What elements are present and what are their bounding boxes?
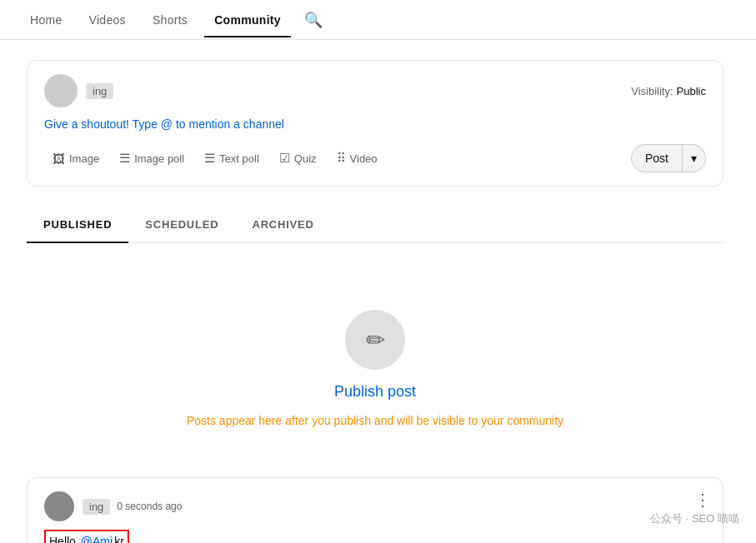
image-icon: 🖼 bbox=[53, 152, 65, 166]
toolbar-image-poll[interactable]: ☰ Image poll bbox=[111, 144, 193, 172]
search-icon[interactable]: 🔍 bbox=[304, 11, 323, 29]
image-poll-icon: ☰ bbox=[119, 151, 130, 166]
visibility-section: Visibility: Public bbox=[631, 85, 706, 97]
community-post-body: Hello @Amikr bbox=[44, 530, 129, 543]
publish-subtitle: Posts appear here after you publish and … bbox=[187, 414, 563, 427]
community-post-author-row: ing 0 seconds ago bbox=[83, 499, 182, 515]
publish-icon-circle: ✏ bbox=[345, 310, 405, 370]
post-menu-icon[interactable]: ⋮ bbox=[694, 490, 711, 510]
tab-scheduled[interactable]: SCHEDULED bbox=[128, 207, 235, 242]
toolbar-video[interactable]: ⠿ Video bbox=[328, 144, 386, 172]
video-label: Video bbox=[350, 152, 378, 165]
toolbar-quiz[interactable]: ☑ Quiz bbox=[271, 144, 325, 172]
mention-text: @Ami bbox=[79, 535, 114, 543]
publish-section: ✏ Publish post Posts appear here after y… bbox=[27, 276, 723, 477]
visibility-label: Visibility: bbox=[631, 85, 673, 97]
nav-item-shorts[interactable]: Shorts bbox=[143, 3, 198, 37]
tab-published[interactable]: PUBLISHED bbox=[27, 207, 128, 242]
community-post-card: ing 0 seconds ago ⋮ Hello @Amikr bbox=[27, 477, 723, 543]
community-post-avatar bbox=[44, 491, 74, 521]
text-poll-label: Text poll bbox=[219, 152, 259, 165]
quiz-label: Quiz bbox=[294, 152, 317, 165]
video-icon: ⠿ bbox=[337, 151, 346, 166]
nav-item-videos[interactable]: Videos bbox=[79, 3, 136, 37]
body-prefix: Hello bbox=[49, 535, 79, 543]
post-header: ing Visibility: Public bbox=[44, 74, 706, 107]
mention-suffix: kr bbox=[114, 535, 124, 543]
visibility-value: Public bbox=[677, 85, 706, 97]
community-post-time: 0 seconds ago bbox=[117, 501, 182, 512]
quiz-icon: ☑ bbox=[279, 151, 290, 166]
toolbar-text-poll[interactable]: ☰ Text poll bbox=[196, 144, 268, 172]
text-poll-icon: ☰ bbox=[204, 151, 215, 166]
tabs: PUBLISHED SCHEDULED ARCHIVED bbox=[27, 207, 723, 243]
image-poll-label: Image poll bbox=[134, 152, 184, 165]
post-placeholder[interactable]: Give a shoutout! Type @ to mention a cha… bbox=[44, 117, 706, 131]
post-author: ing bbox=[44, 74, 113, 107]
community-post-author-name: ing bbox=[83, 499, 110, 515]
toolbar-image[interactable]: 🖼 Image bbox=[44, 145, 108, 172]
post-button[interactable]: Post bbox=[631, 144, 683, 172]
avatar bbox=[44, 74, 78, 107]
post-box: ing Visibility: Public Give a shoutout! … bbox=[27, 60, 723, 187]
nav-item-home[interactable]: Home bbox=[20, 3, 73, 37]
community-post-author-time: ing 0 seconds ago bbox=[83, 499, 182, 515]
placeholder-text: Give a shoutout! Type @ to mention a cha… bbox=[44, 117, 284, 131]
post-toolbar: 🖼 Image ☰ Image poll ☰ Text poll ☑ Quiz … bbox=[44, 144, 706, 172]
image-label: Image bbox=[69, 152, 99, 165]
main-content: ing Visibility: Public Give a shoutout! … bbox=[0, 40, 750, 543]
nav-item-community[interactable]: Community bbox=[204, 3, 291, 37]
publish-title: Publish post bbox=[334, 383, 416, 401]
post-button-group: Post ▾ bbox=[631, 144, 706, 172]
author-name: ing bbox=[86, 83, 113, 99]
nav-bar: Home Videos Shorts Community 🔍 bbox=[0, 0, 756, 40]
tab-archived[interactable]: ARCHIVED bbox=[235, 207, 330, 242]
community-post-header: ing 0 seconds ago bbox=[44, 491, 706, 521]
post-dropdown-button[interactable]: ▾ bbox=[683, 144, 706, 172]
pencil-icon: ✏ bbox=[366, 326, 385, 354]
